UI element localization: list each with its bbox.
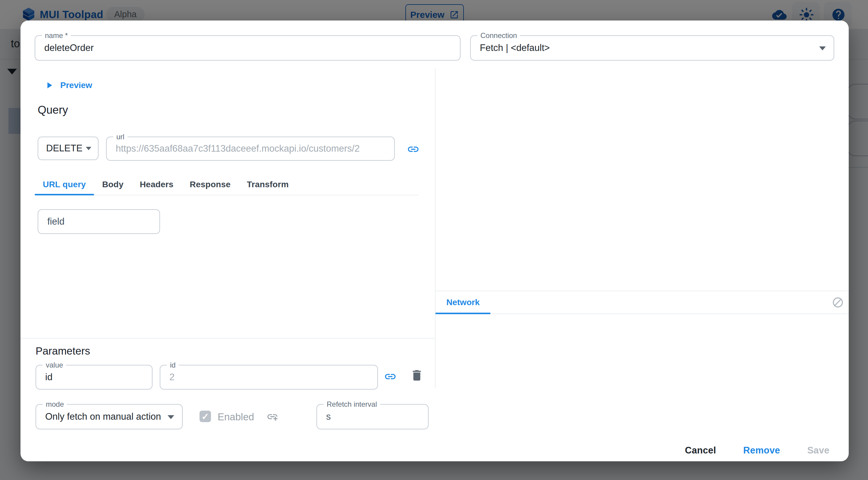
param-value-value: id <box>45 372 53 383</box>
query-param-field-value: field <box>47 216 64 227</box>
refetch-interval-label: Refetch interval <box>324 399 380 409</box>
mode-label: mode <box>43 399 67 409</box>
tab-body[interactable]: Body <box>94 174 132 195</box>
mode-select[interactable]: mode Only fetch on manual action <box>36 404 183 429</box>
param-value-label: value <box>43 360 66 370</box>
block-icon[interactable] <box>832 296 844 308</box>
tab-headers[interactable]: Headers <box>132 174 182 195</box>
query-heading: Query <box>38 104 68 116</box>
parameters-heading: Parameters <box>36 345 90 357</box>
refetch-interval-field[interactable]: Refetch interval s <box>316 404 429 429</box>
network-tabbar: Network <box>435 291 849 314</box>
save-button[interactable]: Save <box>803 442 834 459</box>
url-bind-link-icon[interactable] <box>407 143 420 156</box>
left-pane-divider <box>21 338 435 338</box>
run-preview-button[interactable]: Preview <box>44 78 92 93</box>
cancel-button[interactable]: Cancel <box>681 442 720 459</box>
url-field[interactable]: url https://635aaf68aa7c3f113daceeef.moc… <box>106 137 395 161</box>
query-param-field-input[interactable]: field <box>38 209 160 234</box>
enabled-label: Enabled <box>218 411 254 423</box>
url-field-placeholder: https://635aaf68aa7c3f113daceeef.mockapi… <box>116 143 360 154</box>
refetch-interval-value: s <box>326 411 331 422</box>
http-method-select[interactable]: DELETE <box>38 137 98 160</box>
mode-value: Only fetch on manual action <box>45 411 161 422</box>
tab-transform[interactable]: Transform <box>239 174 297 195</box>
name-field[interactable]: name * deleteOrder <box>35 35 461 61</box>
remove-button[interactable]: Remove <box>739 442 784 459</box>
connection-value: Fetch | <default> <box>480 42 550 53</box>
add-link-icon[interactable] <box>267 411 278 423</box>
trash-icon[interactable] <box>410 368 424 382</box>
checkmark-icon: ✓ <box>201 411 209 422</box>
param-bind-link-icon[interactable] <box>384 370 397 383</box>
param-id-field[interactable]: id 2 <box>160 365 378 390</box>
connection-select[interactable]: Connection Fetch | <default> <box>470 35 834 61</box>
name-field-value: deleteOrder <box>44 42 94 53</box>
app-root: MUI Toolpad Alpha Preview to <box>0 0 868 480</box>
query-editor-dialog: name * deleteOrder Connection Fetch | <d… <box>21 21 849 461</box>
url-field-label: url <box>113 132 127 142</box>
run-preview-label: Preview <box>60 81 92 90</box>
enabled-checkbox[interactable]: ✓ <box>199 411 211 422</box>
tab-url-query[interactable]: URL query <box>35 174 94 195</box>
request-tabs: URL query Body Headers Response Transfor… <box>35 174 419 196</box>
name-field-label: name * <box>42 31 71 40</box>
pane-divider <box>435 68 435 388</box>
dialog-footer: Cancel Remove Save <box>681 442 834 459</box>
http-method-value: DELETE <box>46 143 83 154</box>
connection-label: Connection <box>477 31 520 40</box>
tab-network[interactable]: Network <box>435 291 490 313</box>
param-value-field[interactable]: value id <box>36 365 153 390</box>
param-id-placeholder: 2 <box>169 372 175 383</box>
tab-response[interactable]: Response <box>182 174 239 195</box>
param-id-label: id <box>167 360 179 370</box>
play-icon <box>44 80 54 90</box>
